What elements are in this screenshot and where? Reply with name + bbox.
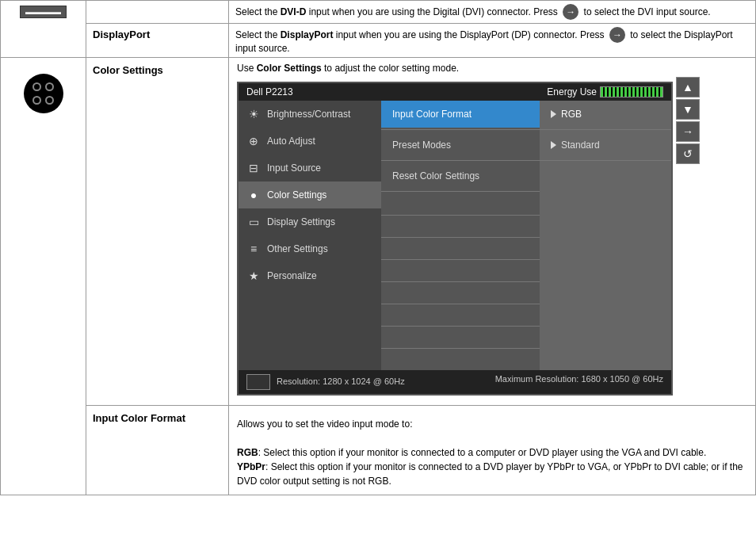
nav-down-btn[interactable]: ▼ xyxy=(676,99,700,120)
osd-wrapper: Dell P2213 Energy Use ☀ Brightness/Cont xyxy=(237,77,747,400)
arrow-icon: → xyxy=(563,4,578,20)
rgb-desc: : Select this option if your monitor is … xyxy=(258,447,707,458)
menu-input-label: Input Source xyxy=(267,162,321,174)
osd-menu: ☀ Brightness/Contrast ⊕ Auto Adjust ⊟ In… xyxy=(239,101,381,370)
osd-display: Dell P2213 Energy Use ☀ Brightness/Cont xyxy=(237,82,673,396)
other-icon: ≡ xyxy=(246,243,261,255)
arrow-icon-2: → xyxy=(609,27,625,43)
rgb-term: RGB xyxy=(237,447,258,458)
osd-menu-item-brightness[interactable]: ☀ Brightness/Contrast xyxy=(239,101,381,128)
osd-submenu: Input Color Format Preset Modes Reset Co… xyxy=(381,101,671,370)
energy-bar: Energy Use xyxy=(547,86,663,97)
displayport-bold: DisplayPort xyxy=(281,29,334,40)
auto-icon: ⊕ xyxy=(246,135,261,147)
blank-row-4 xyxy=(381,260,540,282)
osd-body: ☀ Brightness/Contrast ⊕ Auto Adjust ⊟ In… xyxy=(239,101,671,370)
osd-model: Dell P2213 xyxy=(246,86,293,97)
osd-sub-left: Input Color Format Preset Modes Reset Co… xyxy=(381,101,540,370)
divider-1 xyxy=(381,129,540,130)
color-settings-row: Color Settings Use Color Settings to adj… xyxy=(1,58,756,406)
menu-color-label: Color Settings xyxy=(267,189,326,201)
menu-display-label: Display Settings xyxy=(267,216,335,227)
osd-header: Dell P2213 Energy Use xyxy=(239,83,671,101)
divider-3 xyxy=(381,191,540,192)
divider-r2 xyxy=(540,160,671,161)
displayport-description: Select the DisplayPort input when you ar… xyxy=(235,29,733,54)
osd-footer: Resolution: 1280 x 1024 @ 60Hz Maximum R… xyxy=(239,370,671,394)
displayport-label: DisplayPort xyxy=(93,29,150,40)
standard-label: Standard xyxy=(561,139,600,151)
blank-row-1 xyxy=(381,193,540,216)
connector-icon: ▬▬▬▬▬ xyxy=(6,6,81,18)
divider-2 xyxy=(381,160,540,161)
input-color-format-row: Input Color Format Allows you to set the… xyxy=(1,406,756,495)
menu-auto-label: Auto Adjust xyxy=(267,136,315,147)
triangle-rgb xyxy=(551,110,556,118)
divider-r1 xyxy=(540,129,671,130)
osd-menu-item-auto[interactable]: ⊕ Auto Adjust xyxy=(239,128,381,155)
osd-menu-item-other[interactable]: ≡ Other Settings xyxy=(239,235,381,262)
input-icon: ⊟ xyxy=(246,162,261,174)
color-settings-icon xyxy=(24,74,63,113)
color-icon: ● xyxy=(246,189,261,201)
rgb-label: RGB xyxy=(561,109,582,120)
ypbpr-desc: : Select this option if your monitor is … xyxy=(237,461,743,487)
input-color-desc: Allows you to set the video input mode t… xyxy=(237,417,747,488)
dvi-description: Select the DVI-D input when you are usin… xyxy=(235,6,711,17)
energy-bar-graphic xyxy=(600,86,663,97)
blank-row-2 xyxy=(381,216,540,238)
color-settings-label: Color Settings xyxy=(93,64,163,76)
osd-menu-item-display[interactable]: ▭ Display Settings xyxy=(239,208,381,235)
energy-label: Energy Use xyxy=(547,86,597,97)
osd-menu-item-color[interactable]: ● Color Settings xyxy=(239,182,381,208)
osd-submenu-columns: Input Color Format Preset Modes Reset Co… xyxy=(381,101,671,370)
dvi-row: ▬▬▬▬▬ Select the DVI-D input when you ar… xyxy=(1,1,756,24)
color-settings-intro: Use Color Settings to adjust the color s… xyxy=(237,63,747,74)
blank-row-7 xyxy=(381,327,540,349)
osd-right-standard[interactable]: Standard xyxy=(540,132,671,159)
osd-sub-right: RGB Standard xyxy=(540,101,671,370)
menu-brightness-label: Brightness/Contrast xyxy=(267,109,350,120)
blank-row-5 xyxy=(381,282,540,304)
blank-row-6 xyxy=(381,304,540,327)
nav-up-btn[interactable]: ▲ xyxy=(676,77,700,97)
osd-right-rgb[interactable]: RGB xyxy=(540,101,671,128)
osd-menu-item-personalize[interactable]: ★ Personalize xyxy=(239,262,381,289)
input-color-label: Input Color Format xyxy=(93,412,185,424)
osd-nav-panel: ▲ ▼ → ↺ xyxy=(676,77,700,164)
personalize-icon: ★ xyxy=(246,269,261,282)
brightness-icon: ☀ xyxy=(246,108,261,120)
osd-sub-input-color[interactable]: Input Color Format xyxy=(381,101,540,128)
allows-text: Allows you to set the video input mode t… xyxy=(237,418,412,430)
display-icon: ▭ xyxy=(246,216,261,228)
color-settings-bold: Color Settings xyxy=(257,63,322,74)
footer-max-resolution: Maximum Resolution: 1680 x 1050 @ 60Hz xyxy=(495,374,663,390)
osd-sub-preset[interactable]: Preset Modes xyxy=(381,132,540,159)
footer-resolution: Resolution: 1280 x 1024 @ 60Hz xyxy=(246,374,405,390)
menu-personalize-label: Personalize xyxy=(267,270,317,281)
osd-sub-reset[interactable]: Reset Color Settings xyxy=(381,162,540,189)
blank-row-3 xyxy=(381,238,540,260)
nav-back-btn[interactable]: ↺ xyxy=(676,143,700,164)
menu-other-label: Other Settings xyxy=(267,243,328,254)
ypbpr-term: YPbPr xyxy=(237,461,265,472)
nav-right-btn[interactable]: → xyxy=(676,121,700,142)
osd-menu-item-input[interactable]: ⊟ Input Source xyxy=(239,155,381,182)
displayport-row: DisplayPort Select the DisplayPort input… xyxy=(1,24,756,58)
triangle-standard xyxy=(551,141,556,149)
